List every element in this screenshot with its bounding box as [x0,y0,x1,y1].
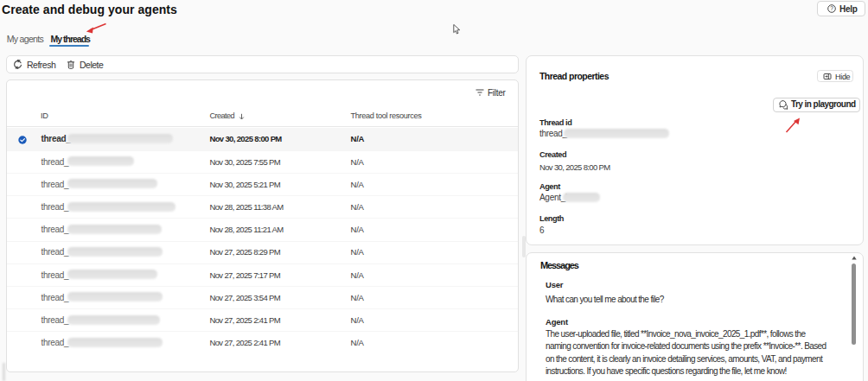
svg-text:?: ? [830,5,833,11]
